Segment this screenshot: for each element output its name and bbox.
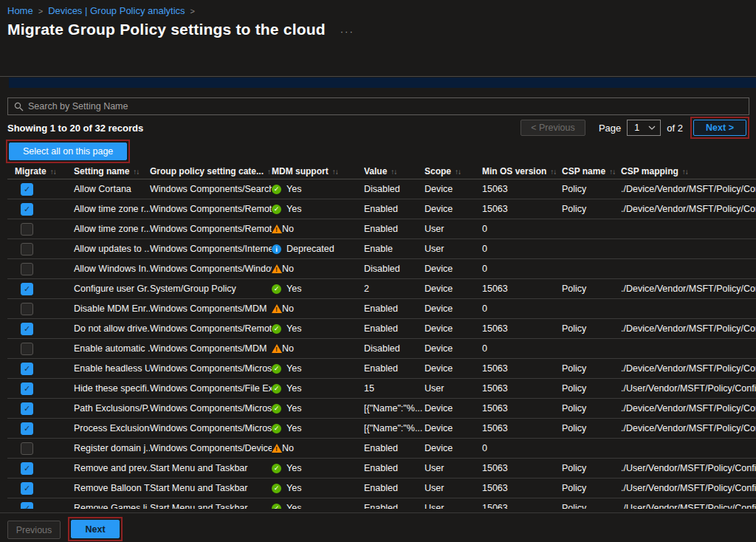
mdm-support-label: No bbox=[282, 343, 294, 354]
migrate-checkbox[interactable]: ✓ bbox=[21, 203, 33, 216]
table-row: Disable MDM Enr...Windows Components/MDM… bbox=[7, 299, 756, 319]
mdm-support-cell: ✓Yes bbox=[272, 323, 364, 334]
csp-name-cell: Policy bbox=[562, 363, 621, 374]
table-row: ✓Hide these specifi...Windows Components… bbox=[7, 379, 756, 399]
value-cell: Disabled bbox=[364, 343, 425, 354]
column-header-csp-name[interactable]: CSP name↑↓ bbox=[562, 166, 621, 176]
migrate-checkbox[interactable] bbox=[21, 243, 33, 255]
title-row: Migrate Group Policy settings to the clo… bbox=[7, 21, 354, 38]
min-os-version-cell: 15063 bbox=[482, 383, 562, 394]
previous-step-button[interactable]: Previous bbox=[7, 521, 61, 539]
migrate-checkbox[interactable] bbox=[21, 263, 33, 275]
min-os-version-cell: 15063 bbox=[482, 503, 562, 509]
migrate-checkbox[interactable]: ✓ bbox=[21, 402, 33, 415]
min-os-version-cell: 0 bbox=[482, 224, 562, 234]
value-cell: Enabled bbox=[364, 224, 425, 234]
column-header-mdm-support[interactable]: MDM support↑↓ bbox=[272, 166, 364, 176]
column-header-min-os-version[interactable]: Min OS version↑↓ bbox=[482, 166, 562, 176]
setting-name-cell: Process Exclusions... bbox=[74, 423, 150, 433]
mdm-support-cell: iDeprecated bbox=[272, 244, 364, 254]
value-cell: 2 bbox=[364, 284, 425, 294]
mdm-support-label: No bbox=[282, 224, 294, 234]
column-header-value[interactable]: Value↑↓ bbox=[364, 166, 425, 176]
setting-name-cell: Enable headless U... bbox=[74, 363, 150, 374]
breadcrumb-separator: > bbox=[38, 7, 43, 16]
mdm-support-cell: ✓Yes bbox=[272, 403, 364, 414]
scope-cell: Device bbox=[425, 284, 482, 294]
mdm-support-cell: ✓Yes bbox=[272, 503, 364, 509]
mdm-support-label: Deprecated bbox=[286, 244, 334, 254]
sort-icon: ↑↓ bbox=[391, 168, 396, 176]
category-cell: Windows Components/Window... bbox=[150, 264, 272, 274]
migrate-checkbox[interactable]: ✓ bbox=[21, 502, 33, 510]
column-header-migrate[interactable]: Migrate↑↓ bbox=[7, 166, 74, 176]
migrate-checkbox[interactable] bbox=[21, 343, 33, 355]
column-header-csp-mapping[interactable]: CSP mapping↑↓ bbox=[621, 166, 756, 176]
min-os-version-cell: 15063 bbox=[482, 423, 562, 433]
value-cell: Disabled bbox=[364, 264, 425, 274]
migrate-checkbox[interactable]: ✓ bbox=[21, 462, 33, 475]
migrate-checkbox[interactable]: ✓ bbox=[21, 422, 33, 435]
setting-name-cell: Remove and prev... bbox=[74, 463, 150, 473]
records-count-text: Showing 1 to 20 of 32 records bbox=[7, 123, 143, 134]
migrate-checkbox[interactable] bbox=[21, 223, 33, 236]
csp-name-cell: Policy bbox=[562, 184, 621, 194]
page: { "colors": { "background": "#1b1a19", "… bbox=[0, 0, 756, 542]
migrate-checkbox[interactable] bbox=[21, 303, 33, 315]
scope-cell: Device bbox=[425, 264, 482, 274]
category-cell: Windows Components/Remote... bbox=[150, 224, 272, 234]
breadcrumb-devices-gpa-link[interactable]: Devices | Group Policy analytics bbox=[48, 5, 185, 16]
table-row: ✓Enable headless U...Windows Components/… bbox=[7, 359, 756, 379]
mdm-support-cell: No bbox=[272, 343, 364, 354]
category-cell: Windows Components/Device ... bbox=[150, 443, 272, 453]
migrate-checkbox[interactable]: ✓ bbox=[21, 323, 33, 335]
min-os-version-cell: 0 bbox=[482, 264, 562, 274]
mdm-support-label: Yes bbox=[286, 463, 301, 473]
migrate-checkbox[interactable]: ✓ bbox=[21, 183, 33, 196]
migrate-checkbox[interactable]: ✓ bbox=[21, 482, 33, 495]
column-header-category[interactable]: Group policy setting cate...↑↓ bbox=[150, 166, 272, 176]
next-page-button[interactable]: Next > bbox=[693, 120, 746, 136]
value-cell: Enabled bbox=[364, 363, 425, 374]
migrate-checkbox[interactable]: ✓ bbox=[21, 363, 33, 375]
migrate-checkbox[interactable] bbox=[21, 442, 33, 455]
migrate-checkbox[interactable]: ✓ bbox=[21, 283, 33, 295]
annotation-box-next-bottom: Next bbox=[68, 517, 123, 541]
search-box[interactable] bbox=[7, 97, 749, 115]
previous-page-button[interactable]: < Previous bbox=[520, 120, 585, 136]
category-cell: Windows Components/MDM bbox=[150, 343, 272, 354]
csp-name-cell: Policy bbox=[562, 463, 621, 473]
mdm-support-label: Yes bbox=[286, 204, 301, 214]
sort-icon: ↑↓ bbox=[133, 168, 139, 176]
sort-icon: ↑↓ bbox=[50, 168, 56, 176]
scope-cell: Device bbox=[425, 443, 482, 453]
next-step-button[interactable]: Next bbox=[71, 520, 120, 538]
sort-icon: ↑↓ bbox=[332, 168, 338, 176]
page-label: Page bbox=[599, 123, 621, 134]
csp-mapping-cell: ./User/Vendor/MSFT/Policy/Config/ bbox=[621, 483, 756, 493]
yes-check-icon: ✓ bbox=[272, 324, 281, 334]
table-row: ✓Allow time zone r...Windows Components/… bbox=[7, 199, 756, 219]
mdm-support-cell: No bbox=[272, 303, 364, 314]
migrate-checkbox[interactable]: ✓ bbox=[21, 383, 33, 395]
min-os-version-cell: 0 bbox=[482, 443, 562, 453]
setting-name-cell: Remove Games li... bbox=[74, 503, 150, 509]
page-number-dropdown[interactable]: 1 bbox=[627, 120, 661, 136]
setting-name-cell: Allow Cortana bbox=[74, 184, 150, 194]
mdm-support-cell: No bbox=[272, 224, 364, 234]
category-cell: Start Menu and Taskbar bbox=[150, 503, 272, 509]
min-os-version-cell: 0 bbox=[482, 343, 562, 354]
table-row: Enable automatic ...Windows Components/M… bbox=[7, 339, 756, 359]
value-cell: Enabled bbox=[364, 303, 425, 314]
breadcrumb-home-link[interactable]: Home bbox=[7, 5, 33, 16]
more-options-icon[interactable]: ··· bbox=[340, 23, 354, 37]
column-header-setting-name[interactable]: Setting name↑↓ bbox=[74, 166, 150, 176]
scope-cell: User bbox=[425, 503, 482, 509]
search-input[interactable] bbox=[28, 101, 743, 112]
column-header-scope[interactable]: Scope↑↓ bbox=[425, 166, 482, 176]
select-all-button[interactable]: Select all on this page bbox=[9, 143, 127, 160]
category-cell: Start Menu and Taskbar bbox=[150, 483, 272, 493]
value-cell: Enabled bbox=[364, 323, 425, 334]
table-row: Register domain j...Windows Components/D… bbox=[7, 439, 756, 459]
mdm-support-label: Yes bbox=[286, 284, 301, 294]
